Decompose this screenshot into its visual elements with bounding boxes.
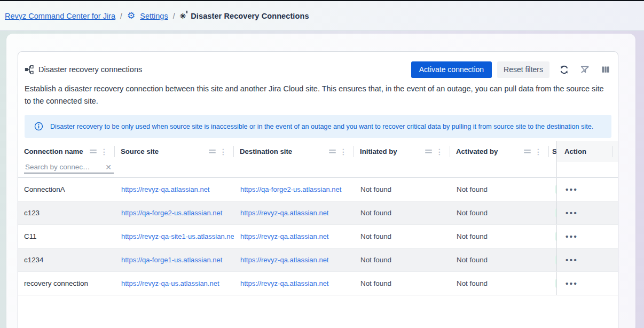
column-filter-icon[interactable]: [90, 150, 97, 153]
row-actions-button[interactable]: •••: [563, 209, 578, 217]
connection-name: C11: [18, 225, 115, 248]
breadcrumb-separator: /: [120, 12, 122, 20]
table-row: ConnectionA https://revyz-qa.atlassian.n…: [18, 178, 618, 201]
clear-search-icon[interactable]: ✕: [103, 163, 114, 171]
card-title-group: Disaster recovery connections: [25, 65, 411, 74]
card-header: Disaster recovery connections Activate c…: [18, 52, 618, 78]
table-row: C11 https://revyz-qa-site1-us.atlassian.…: [18, 225, 618, 248]
info-banner-text: Disaster recovery to be only used when s…: [50, 123, 593, 130]
row-actions-button[interactable]: •••: [563, 232, 578, 240]
reset-filters-button[interactable]: Reset filters: [497, 61, 549, 78]
column-filter-icon[interactable]: [209, 150, 216, 153]
table-row: c123 https://qa-forge2-us.atlassian.net …: [18, 201, 618, 225]
table-header-row: Connection name ⋮ Source site ⋮ Destinat…: [18, 141, 618, 162]
column-filter-icon[interactable]: [329, 150, 336, 153]
columns-icon: [601, 65, 610, 74]
column-header-activated-by: Activated by ⋮: [450, 141, 549, 162]
column-header-connection-name: Connection name ⋮: [18, 141, 115, 162]
info-icon: [34, 122, 43, 131]
disaster-recovery-card: Disaster recovery connections Activate c…: [18, 51, 618, 328]
source-site-link[interactable]: https://qa-forge2-us.atlassian.net: [121, 209, 222, 217]
column-header-source-site: Source site ⋮: [115, 141, 234, 162]
activated-by-value: Not found: [450, 225, 549, 248]
destination-site-link[interactable]: https://revyz-qa.atlassian.net: [240, 209, 328, 217]
breadcrumb-current: Disaster Recovery Connections: [191, 12, 309, 20]
breadcrumb-app-link[interactable]: Revyz Command Center for Jira: [5, 12, 115, 20]
source-site-link[interactable]: https://revyz-qa-us.atlassian.net: [121, 279, 219, 287]
activated-by-value: Not found: [450, 272, 549, 295]
destination-site-link[interactable]: https://qa-forge2-us.atlassian.net: [240, 185, 341, 193]
refresh-button[interactable]: [558, 64, 570, 76]
destination-site-link[interactable]: https://revyz-qa.atlassian.net: [240, 232, 328, 240]
tree-icon: [25, 65, 34, 74]
row-actions-button[interactable]: •••: [563, 279, 578, 287]
header-divider: [612, 146, 613, 157]
destination-site-link[interactable]: https://revyz-qa.atlassian.net: [240, 279, 328, 287]
settings-gear-icon: ⚙: [127, 11, 135, 20]
row-actions-button[interactable]: •••: [563, 256, 578, 264]
card-actions: Activate connection Reset filters: [411, 61, 611, 78]
filter-off-icon: [580, 65, 590, 75]
initiated-by-value: Not found: [354, 225, 450, 248]
connection-name: c1234: [18, 248, 115, 271]
initiated-by-value: Not found: [354, 272, 450, 295]
activated-by-value: Not found: [450, 178, 549, 201]
column-header-status: Status: [549, 141, 556, 162]
breadcrumb: Revyz Command Center for Jira / ⚙ Settin…: [5, 11, 309, 20]
refresh-icon: [559, 65, 569, 75]
connection-search-input[interactable]: [24, 162, 103, 171]
row-actions-button[interactable]: •••: [563, 185, 578, 193]
column-header-destination-site: Destination site ⋮: [234, 141, 354, 162]
breadcrumb-settings-link[interactable]: Settings: [140, 12, 168, 20]
column-header-initiated-by: Initiated by ⋮: [354, 141, 450, 162]
table-row: recovery connection https://revyz-qa-us.…: [18, 272, 618, 295]
connection-name: c123: [18, 201, 115, 224]
activated-by-value: Not found: [450, 201, 549, 224]
connection-name: recovery connection: [18, 272, 115, 295]
activated-by-value: Not found: [450, 248, 549, 271]
destination-site-link[interactable]: https://revyz-qa.atlassian.net: [240, 256, 328, 264]
column-filter-icon[interactable]: [425, 150, 432, 153]
search-box: ✕: [24, 162, 114, 174]
info-banner: Disaster recovery to be only used when s…: [25, 115, 611, 138]
table-row: c1234 https://qa-forge1-us.atlassian.net…: [18, 248, 618, 272]
card-title: Disaster recovery connections: [38, 65, 142, 74]
column-menu-icon[interactable]: ⋮: [340, 148, 347, 155]
source-site-link[interactable]: https://qa-forge1-us.atlassian.net: [121, 256, 222, 264]
source-site-link[interactable]: https://revyz-qa.atlassian.net: [121, 185, 209, 193]
column-menu-icon[interactable]: ⋮: [219, 148, 227, 155]
card-description: Establish a disaster recovery connection…: [18, 83, 618, 107]
column-menu-icon[interactable]: ⋮: [436, 148, 443, 155]
table-search-row: ✕: [18, 162, 618, 178]
connections-table: Connection name ⋮ Source site ⋮ Destinat…: [18, 141, 618, 295]
search-cell: ✕: [18, 162, 115, 177]
breadcrumb-bar: Revyz Command Center for Jira / ⚙ Settin…: [0, 1, 644, 31]
column-menu-icon[interactable]: ⋮: [535, 148, 542, 155]
column-menu-icon[interactable]: ⋮: [100, 148, 108, 155]
clear-filter-button[interactable]: [579, 64, 591, 76]
initiated-by-value: Not found: [354, 201, 450, 224]
connection-name: ConnectionA: [18, 178, 115, 201]
activate-connection-button[interactable]: Activate connection: [411, 61, 492, 78]
column-filter-icon[interactable]: [524, 150, 531, 153]
source-site-link[interactable]: https://revyz-qa-site1-us.atlassian.net: [121, 232, 234, 240]
window-top-edge: [0, 0, 644, 1]
disaster-recovery-icon: ✳: [180, 12, 186, 20]
initiated-by-value: Not found: [354, 248, 450, 271]
column-header-action: Action: [556, 141, 618, 162]
initiated-by-value: Not found: [354, 178, 450, 201]
action-column-spacer: [556, 162, 618, 177]
breadcrumb-separator: /: [173, 12, 175, 20]
column-settings-button[interactable]: [600, 64, 611, 75]
